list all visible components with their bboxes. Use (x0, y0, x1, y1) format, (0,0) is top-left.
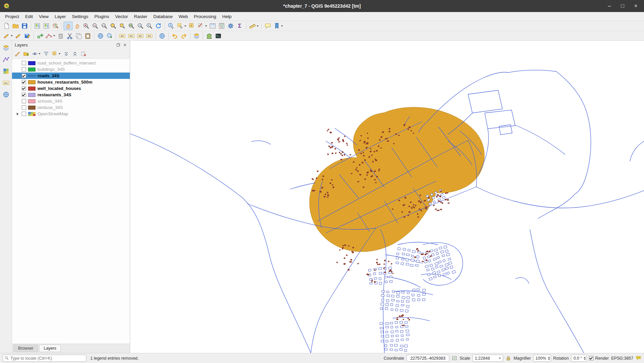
new-print-layout-button[interactable] (33, 22, 42, 30)
messages-icon[interactable] (636, 355, 641, 361)
layer-diagram-button[interactable]: abc (127, 32, 136, 40)
menu-help[interactable]: Help (219, 13, 235, 20)
layer-item-road_school_buffers_intersect[interactable]: road_school_buffers_intersect (12, 60, 130, 66)
cut-features-button[interactable] (65, 32, 74, 40)
pin-labels-button[interactable]: abc (136, 32, 145, 40)
identify-features-button[interactable]: i (167, 22, 176, 30)
layer-item-roads_34S[interactable]: roads_34S (12, 73, 130, 79)
osm-place-search-button[interactable] (96, 32, 105, 40)
deselect-features-button[interactable] (196, 22, 208, 30)
redo-button[interactable] (179, 32, 188, 40)
open-layer-styling-button[interactable] (13, 50, 21, 57)
layer-visibility-checkbox[interactable] (22, 80, 26, 84)
filter-legend-button[interactable] (42, 50, 50, 57)
metasearch-button[interactable] (158, 32, 167, 40)
magnifier-spinbox[interactable]: 100% (533, 355, 551, 362)
measure-button[interactable] (248, 22, 260, 30)
zoom-to-selection-button[interactable] (118, 22, 127, 30)
rotation-spinbox[interactable]: 0.0 ° (571, 355, 587, 362)
render-checkbox[interactable]: Render (589, 356, 609, 361)
move-label-button[interactable]: abc (145, 32, 154, 40)
refresh-map-button[interactable] (154, 22, 163, 30)
new-spatial-bookmark-button[interactable] (272, 22, 284, 30)
collapse-all-button[interactable] (71, 50, 79, 57)
vertex-tool-button[interactable] (44, 32, 56, 40)
menu-database[interactable]: Database (150, 13, 176, 20)
coordinate-input[interactable] (406, 355, 449, 362)
layer-item-well_located_houses[interactable]: well_located_houses (12, 85, 130, 92)
menu-settings[interactable]: Settings (69, 13, 91, 20)
toggle-extents-icon[interactable] (452, 355, 457, 361)
menu-project[interactable]: Project (2, 13, 22, 20)
menu-processing[interactable]: Processing (191, 13, 219, 20)
undo-button[interactable] (170, 32, 179, 40)
add-feature-button[interactable] (35, 32, 44, 40)
map-canvas[interactable] (130, 41, 644, 353)
spin-down-icon[interactable] (548, 359, 550, 360)
add-vector-layer-button[interactable] (1, 55, 11, 64)
style-manager-button[interactable] (51, 22, 60, 30)
layer-item-OpenStreetMap[interactable]: OpenStreetMap (12, 111, 130, 117)
zoom-last-button[interactable] (136, 22, 145, 30)
add-raster-layer-button[interactable] (1, 67, 11, 76)
menu-edit[interactable]: Edit (22, 13, 36, 20)
layer-visibility-checkbox[interactable] (22, 67, 26, 72)
pan-map-button[interactable] (64, 22, 73, 30)
menu-vector[interactable]: Vector (112, 13, 131, 20)
menu-view[interactable]: View (36, 13, 52, 20)
menu-layer[interactable]: Layer (52, 13, 69, 20)
panel-float-button[interactable] (116, 43, 120, 47)
osm-download-button[interactable] (105, 32, 114, 40)
filter-by-expression-button[interactable]: ε (51, 50, 62, 57)
python-console-button[interactable] (214, 32, 223, 40)
current-edits-button[interactable] (2, 32, 14, 40)
show-layout-manager-button[interactable] (42, 22, 51, 30)
maximize-button[interactable]: □ (621, 3, 624, 9)
lock-scale-icon[interactable] (505, 355, 511, 361)
remove-layer-button[interactable] (80, 50, 88, 57)
zoom-to-layer-button[interactable] (127, 22, 136, 30)
layer-visibility-checkbox[interactable] (22, 105, 26, 110)
pan-to-selection-button[interactable] (73, 22, 82, 30)
layer-visibility-checkbox[interactable] (22, 99, 26, 103)
panel-tab-layers[interactable]: Layers (39, 345, 61, 352)
open-project-button[interactable] (11, 22, 20, 30)
statistical-summary-button[interactable]: Σ (235, 22, 244, 30)
expander-icon[interactable] (15, 113, 20, 115)
layer-visibility-checkbox[interactable] (22, 61, 26, 65)
save-layer-edits-button[interactable] (23, 32, 32, 40)
paste-features-button[interactable] (83, 32, 92, 40)
layer-labeling-button[interactable]: abc (118, 32, 127, 40)
layer-item-buildings_34S[interactable]: buildings_34S (12, 66, 130, 73)
crs-indicator[interactable]: EPSG:3857 (611, 356, 633, 361)
field-calculator-button[interactable] (217, 22, 226, 30)
scale-combo[interactable]: 1:22848 (472, 355, 503, 362)
open-attribute-table-button[interactable] (208, 22, 217, 30)
panel-tab-browser[interactable]: Browser (13, 345, 38, 352)
layer-item-restaurants_34S[interactable]: restaurants_34S (12, 92, 130, 98)
select-by-expression-button[interactable]: ε (187, 22, 196, 30)
select-features-button[interactable] (176, 22, 187, 30)
panel-close-button[interactable] (123, 43, 127, 47)
add-web-layer-button[interactable] (1, 90, 11, 99)
menu-plugins[interactable]: Plugins (91, 13, 112, 20)
menu-raster[interactable]: Raster (131, 13, 150, 20)
data-source-manager-button[interactable] (1, 43, 11, 52)
layer-visibility-checkbox[interactable] (22, 112, 26, 116)
plugins-toolbox-button[interactable] (205, 32, 214, 40)
layer-item-landuse_34S[interactable]: landuse_34S (12, 104, 130, 111)
layer-visibility-checkbox[interactable] (22, 93, 26, 97)
layer-visibility-checkbox[interactable] (22, 74, 26, 78)
toggle-editing-button[interactable] (14, 32, 23, 40)
save-project-button[interactable] (20, 22, 29, 30)
menu-web[interactable]: Web (176, 13, 191, 20)
copy-features-button[interactable] (74, 32, 83, 40)
processing-toolbox-button[interactable] (226, 22, 235, 30)
zoom-in-button[interactable] (82, 22, 91, 30)
map-tips-button[interactable] (263, 22, 272, 30)
new-project-button[interactable] (2, 22, 11, 30)
layer-visibility-checkbox[interactable] (22, 86, 26, 91)
spin-up-icon[interactable] (584, 357, 586, 358)
zoom-next-button[interactable] (145, 22, 154, 30)
manage-map-themes-button[interactable] (31, 50, 41, 57)
